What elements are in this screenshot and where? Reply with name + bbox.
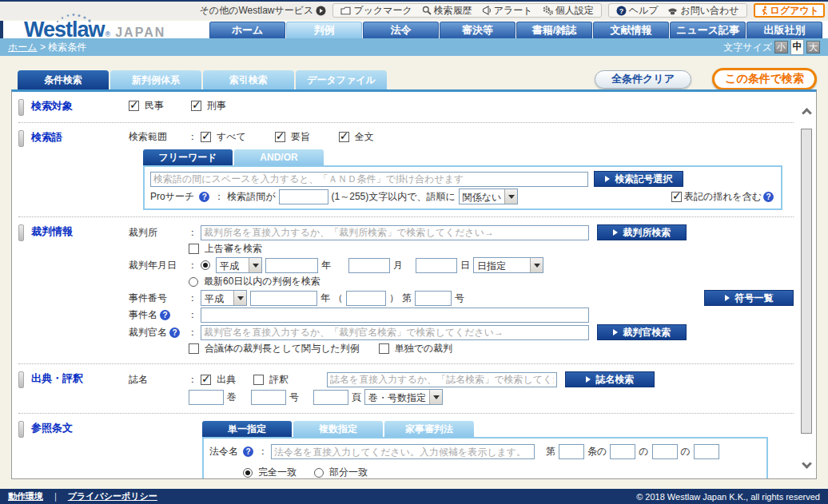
radio-partial-match[interactable] bbox=[314, 468, 324, 478]
word-order-select[interactable]: 関係ない bbox=[459, 189, 519, 204]
search-symbol-select-button[interactable]: 検索記号選択 bbox=[594, 171, 683, 187]
tab-shin-hanrei-taikei[interactable]: 新判例体系 bbox=[110, 70, 201, 89]
tab-label: 条件検索 bbox=[44, 73, 82, 87]
colon: ： bbox=[258, 445, 268, 458]
checkbox-criminal[interactable]: ✓ bbox=[191, 101, 201, 111]
pro-search-distance-input[interactable] bbox=[279, 189, 328, 204]
tab-joken-kensaku[interactable]: 条件検索 bbox=[18, 70, 109, 89]
search-with-conditions-button[interactable]: この条件で検索 bbox=[712, 68, 817, 90]
volume-input[interactable] bbox=[189, 390, 224, 405]
nav-tab-home[interactable]: ホーム bbox=[209, 22, 285, 38]
case-serial-input[interactable] bbox=[415, 291, 452, 306]
help-question-icon[interactable]: ? bbox=[199, 192, 209, 202]
help-question-icon[interactable]: ? bbox=[763, 192, 774, 202]
number-input[interactable] bbox=[251, 390, 286, 405]
article-sub1-input[interactable] bbox=[610, 444, 635, 459]
check-icon: ✓ bbox=[201, 129, 211, 142]
judgment-month-input[interactable] bbox=[348, 258, 390, 273]
day-mode-select[interactable]: 日指定 bbox=[473, 257, 543, 273]
checkbox-range-fulltext[interactable]: ✓ bbox=[339, 132, 349, 142]
case-era-select[interactable]: 平成 bbox=[201, 290, 247, 306]
select-value: 平成 bbox=[217, 258, 249, 272]
alert-link[interactable]: アラート bbox=[482, 4, 533, 18]
check-icon: ✓ bbox=[276, 129, 285, 142]
judgment-year-input[interactable] bbox=[265, 258, 318, 273]
nav-tab-publisher[interactable]: 出版社別 bbox=[746, 22, 822, 38]
article-sub2-input[interactable] bbox=[652, 444, 678, 459]
nav-tab-bunken[interactable]: 文献情報 bbox=[593, 22, 669, 38]
judge-name-label: 裁判官名 bbox=[129, 326, 167, 339]
radio-exact-match[interactable] bbox=[243, 468, 253, 478]
scroll-up-icon[interactable] bbox=[802, 108, 812, 118]
judgment-day-input[interactable] bbox=[416, 258, 457, 273]
article-sub3-input[interactable] bbox=[694, 444, 719, 459]
checkbox-fluctuation[interactable]: ✓ bbox=[671, 192, 682, 202]
contact-link[interactable]: お問い合わせ bbox=[667, 4, 738, 18]
checkbox-criminal-label: 刑事 bbox=[207, 99, 226, 113]
search-conditions-panel: 検索対象 ✓ 民事 ✓ 刑事 検索語 検索範囲 ： ✓ すべて bbox=[11, 89, 817, 479]
article-number-input[interactable] bbox=[559, 444, 584, 459]
tab-data-file[interactable]: データファイル bbox=[296, 70, 387, 89]
judge-search-button[interactable]: 裁判官検索 bbox=[597, 324, 687, 340]
personal-settings-link[interactable]: 個人設定 bbox=[543, 4, 594, 18]
bookmark-link[interactable]: ブックマーク bbox=[340, 4, 412, 18]
personal-settings-label: 個人設定 bbox=[555, 4, 594, 18]
radio-recent-60-days[interactable] bbox=[189, 277, 198, 287]
help-question-icon[interactable]: ? bbox=[169, 327, 180, 338]
panel-scrollbar[interactable] bbox=[800, 106, 814, 470]
court-name-input[interactable] bbox=[201, 225, 589, 240]
help-question-icon[interactable]: ? bbox=[243, 446, 253, 457]
tab-and-or[interactable]: AND/OR bbox=[234, 149, 324, 165]
font-size-medium-button[interactable]: 中 bbox=[790, 39, 804, 55]
scroll-down-icon[interactable] bbox=[802, 458, 812, 469]
search-history-link[interactable]: 検索履歴 bbox=[422, 4, 472, 18]
other-westlaw-services-link[interactable]: その他のWestlawサービス bbox=[200, 4, 327, 18]
freeword-input[interactable] bbox=[150, 172, 588, 187]
section-title: 検索対象 bbox=[18, 97, 129, 116]
case-year-input[interactable] bbox=[250, 291, 317, 306]
checkbox-appeal-court[interactable] bbox=[189, 244, 199, 254]
journal-search-button[interactable]: 誌名検索 bbox=[565, 371, 655, 387]
checkbox-commentary[interactable] bbox=[253, 375, 264, 385]
checkbox-civil[interactable]: ✓ bbox=[129, 101, 139, 111]
radio-date-specified[interactable] bbox=[201, 260, 210, 270]
page-input[interactable] bbox=[313, 390, 348, 405]
tab-kaji-shinpan-law[interactable]: 家事審判法 bbox=[384, 421, 474, 437]
nav-tab-horei[interactable]: 法令 bbox=[363, 22, 439, 38]
font-size-small-button[interactable]: 小 bbox=[774, 41, 788, 54]
nav-tab-shoseki[interactable]: 書籍/雑誌 bbox=[516, 22, 592, 38]
play-icon bbox=[613, 329, 618, 335]
case-name-input[interactable] bbox=[201, 308, 589, 323]
checkbox-range-summary[interactable]: ✓ bbox=[275, 132, 285, 142]
era-select[interactable]: 平成 bbox=[216, 257, 262, 273]
checkbox-source[interactable]: ✓ bbox=[201, 375, 211, 385]
case-symbol-input[interactable] bbox=[346, 291, 386, 306]
checkbox-range-all[interactable]: ✓ bbox=[201, 132, 211, 142]
journal-name-input[interactable] bbox=[327, 372, 557, 387]
nav-tab-news[interactable]: ニュース記事 bbox=[670, 22, 746, 38]
tab-freeword[interactable]: フリーワード bbox=[143, 149, 233, 165]
nav-tab-hanrei[interactable]: 判例 bbox=[286, 22, 362, 38]
font-size-large-button[interactable]: 大 bbox=[806, 41, 820, 54]
clear-all-conditions-button[interactable]: 全条件クリア bbox=[595, 70, 691, 89]
logout-button[interactable]: ログアウト bbox=[754, 3, 825, 18]
privacy-policy-link[interactable]: プライバシーポリシー bbox=[68, 490, 157, 502]
logout-label: ログアウト bbox=[770, 4, 819, 18]
symbol-list-button[interactable]: 符号一覧 bbox=[704, 290, 794, 306]
operating-environment-link[interactable]: 動作環境 bbox=[8, 490, 43, 502]
judge-name-input[interactable] bbox=[201, 325, 589, 340]
nav-tab-shinketsu[interactable]: 審決等 bbox=[440, 22, 516, 38]
checkbox-presiding-judge[interactable] bbox=[189, 343, 199, 354]
help-link[interactable]: ? ヘルプ bbox=[616, 4, 659, 18]
breadcrumb-band: ホーム > 検索条件 文字サイズ 小 中 大 bbox=[0, 38, 828, 56]
tab-multiple-statute[interactable]: 複数指定 bbox=[293, 421, 383, 437]
scrollbar-thumb[interactable] bbox=[801, 129, 812, 434]
tab-sakuin-kensaku[interactable]: 索引検索 bbox=[203, 70, 294, 89]
help-question-icon[interactable]: ? bbox=[160, 310, 170, 320]
tab-single-statute[interactable]: 単一指定 bbox=[202, 421, 292, 437]
breadcrumb-home-link[interactable]: ホーム bbox=[8, 42, 38, 53]
court-search-button[interactable]: 裁判所検索 bbox=[597, 224, 687, 240]
checkbox-solo-trial[interactable] bbox=[379, 343, 389, 354]
volume-number-mode-select[interactable]: 巻・号数指定 bbox=[364, 389, 443, 405]
law-name-input[interactable] bbox=[271, 444, 535, 459]
